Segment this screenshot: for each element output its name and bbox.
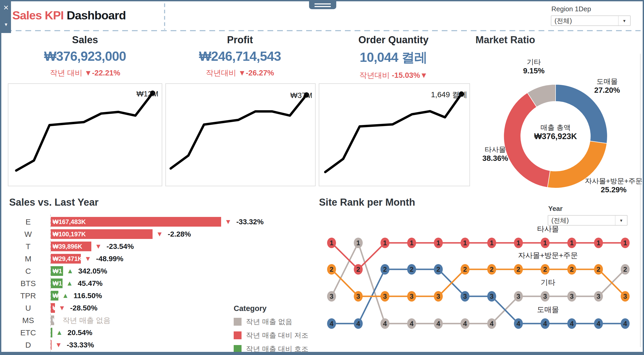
kpi-order-quantity-title: Order Quantity — [317, 34, 470, 46]
bump-node-rank: 3 — [623, 292, 627, 300]
bar-change-value: -48.99% — [96, 253, 123, 265]
bump-node-rank: 1 — [543, 239, 547, 247]
bar[interactable] — [51, 328, 52, 337]
bump-node-rank: 2 — [356, 265, 360, 273]
site-rank-bump-chart[interactable]: 314444433332기타442223344444도매몰23333222222… — [315, 223, 644, 351]
bar-row-M: M₩29,471K▼-48.99% — [7, 253, 310, 265]
kpi-profit-value: ₩246,714,543 — [164, 49, 316, 64]
bump-node-rank: 3 — [517, 292, 520, 300]
bar-row-label: U — [7, 302, 50, 314]
legend-item[interactable]: 작년 매출 없음 — [234, 317, 309, 326]
bar[interactable]: ₩100,197K — [51, 229, 153, 239]
dropdown-arrow-icon[interactable]: ▼ — [618, 16, 630, 25]
year-filter: Year (전체) ▼ — [548, 205, 628, 226]
bar-change-value: 20.54% — [68, 326, 92, 339]
donut-label-tasa: 타사몰38.36% — [470, 145, 521, 163]
bump-node-rank: 1 — [330, 239, 333, 247]
bump-node-rank: 1 — [490, 239, 494, 247]
bar[interactable]: ₩29,471K — [51, 254, 81, 264]
bar-row-T: T₩39,896K▼-23.54% — [7, 240, 310, 253]
bar-row-label: W — [7, 228, 50, 240]
order-quantity-sparkline-chart[interactable]: 1,649 켤레 — [319, 84, 469, 185]
down-triangle-icon: ▼ — [85, 253, 91, 265]
bump-series-label-기타: 기타 — [541, 278, 555, 286]
donut-label-gita: 기타9.15% — [510, 58, 557, 75]
bar[interactable]: ₩167,483K — [51, 217, 221, 227]
bump-node-rank: 2 — [463, 265, 467, 273]
region-filter: Region 1Dep (전체) ▼ — [551, 5, 631, 26]
sales-sparkline-chart[interactable]: ₩12M — [8, 84, 161, 185]
bar[interactable]: ₩39,896K — [51, 242, 91, 251]
bump-node-rank: 2 — [570, 265, 574, 273]
bar-row-W: W₩100,197K▼-2.28% — [7, 228, 310, 240]
bar[interactable]: ₩ — [51, 291, 58, 301]
bump-node-rank: 1 — [623, 239, 627, 247]
page-title-accent: Sales KPI — [12, 9, 64, 22]
bump-node-rank: 4 — [356, 320, 360, 327]
page-title: Sales KPI Dashboard — [12, 9, 126, 22]
site-rank-title: Site Rank per Month — [319, 197, 415, 208]
bar-change-value: 45.47% — [78, 277, 103, 290]
bump-node-rank: 3 — [410, 292, 413, 300]
title-separator-dashed — [164, 3, 165, 30]
kpi-sales-title: Sales — [7, 34, 164, 46]
profit-sparkline-chart[interactable]: ₩37M — [166, 84, 315, 185]
drag-handle[interactable] — [309, 1, 336, 9]
bar-row-label: MS — [7, 314, 50, 326]
category-legend: Category 작년 매출 없음 작년 매출 대비 저조 작년 매출 대비 호… — [234, 304, 309, 354]
bar[interactable] — [51, 340, 52, 350]
bump-line-자사몰+방문+주문 — [332, 269, 625, 296]
dashboard-frame: × ▾ Sales KPI Dashboard Region 1Dep (전체)… — [0, 0, 644, 355]
header-separator-dashed — [6, 30, 641, 31]
caret-down-icon[interactable]: ▾ — [1, 21, 11, 28]
bump-node-rank: 1 — [570, 239, 574, 247]
close-icon[interactable]: × — [1, 1, 11, 14]
down-triangle-icon: ▼ — [59, 302, 65, 314]
kpi-sales-value: ₩376,923,000 — [7, 49, 164, 64]
sparkline-end-label: ₩37M — [290, 91, 312, 100]
bar-change-value: -23.54% — [107, 240, 134, 253]
bar-change-value: 116.50% — [74, 290, 102, 302]
bar[interactable]: ₩1 — [51, 278, 63, 288]
sparkline-end-label: 1,649 켤레 — [431, 90, 467, 99]
region-filter-value: (전체) — [555, 17, 572, 24]
bar-row-C: C₩1▲342.05% — [7, 265, 310, 277]
kpi-profit: Profit ₩246,714,543 작년대비 ▼-26.27% — [164, 34, 316, 78]
bump-line-타사몰 — [332, 243, 625, 269]
up-triangle-icon: ▲ — [67, 265, 74, 277]
bar-row-label: BTS — [7, 277, 50, 290]
bump-node-rank: 3 — [383, 292, 387, 300]
page-title-rest: Dashboard — [64, 9, 126, 22]
bar[interactable]: ₩1 — [51, 266, 63, 276]
bar-row-BTS: BTS₩1▲45.47% — [7, 277, 310, 290]
sparkline[interactable] — [325, 94, 462, 172]
bar-row-label: D — [7, 339, 50, 351]
down-triangle-icon: ▼ — [95, 240, 102, 253]
bump-node-rank: 3 — [490, 292, 494, 300]
bump-node-rank: 4 — [410, 320, 414, 327]
bar[interactable]: ₩ — [51, 303, 55, 313]
legend-item[interactable]: 작년 매출 대비 저조 — [234, 331, 309, 340]
bump-node-rank: 3 — [543, 292, 547, 300]
donut-label-jasa: 자사몰+방문+주문25.29% — [572, 177, 644, 194]
legend-item[interactable]: 작년 매출 대비 호조 — [234, 344, 309, 354]
sparkline-end-label: ₩12M — [136, 90, 158, 98]
bar-change-value: -33.32% — [236, 216, 264, 228]
bump-series-label-타사몰: 타사몰 — [537, 225, 559, 233]
bar-row-label: TPR — [7, 290, 50, 302]
sparkline[interactable] — [171, 95, 306, 168]
sparkline[interactable] — [16, 93, 153, 171]
region-filter-dropdown[interactable]: (전체) ▼ — [551, 15, 631, 26]
bump-node-rank: 4 — [543, 320, 547, 327]
year-filter-label: Year — [548, 205, 628, 213]
legend-swatch-green — [234, 345, 242, 353]
kpi-profit-change: 작년대비 ▼-26.27% — [164, 68, 316, 78]
donut-pct-jasa: 25.29% — [572, 185, 644, 194]
sales-vs-last-year-title: Sales vs. Last Year — [9, 197, 99, 208]
bump-node-rank: 3 — [330, 292, 333, 300]
bump-node-rank: 1 — [410, 239, 413, 247]
legend-swatch-gray — [234, 318, 242, 326]
bar[interactable]: ₩ — [51, 315, 54, 325]
bump-node-rank: 2 — [597, 265, 600, 273]
up-triangle-icon: ▲ — [56, 326, 63, 339]
